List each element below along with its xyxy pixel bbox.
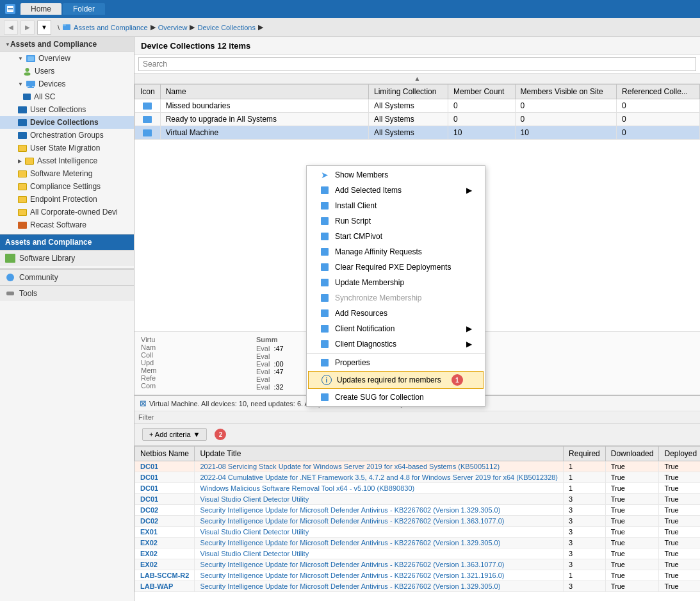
sidebar-allcorporate-label: All Corporate-owned Devi <box>30 208 118 217</box>
breadcrumb-devicecol[interactable]: Device Collections <box>197 24 255 31</box>
update-title-link[interactable]: Security Intelligence Update for Microso… <box>200 506 500 514</box>
sidebar-community[interactable]: Community <box>0 269 134 285</box>
context-menu-item-run-script[interactable]: Run Script <box>307 213 485 229</box>
context-menu-item-clear-required-pxe-deployments[interactable]: Clear Required PXE Deployments <box>307 259 485 275</box>
update-title-link[interactable]: Visual Studio Client Detector Utility <box>200 495 309 503</box>
context-menu-item-client-notification[interactable]: Client Notification▶ <box>307 321 485 336</box>
tab-home[interactable]: Home <box>20 3 61 15</box>
forward-button[interactable]: ▶ <box>20 21 35 35</box>
sidebar-recastsoftware-label: Recast Software <box>30 220 86 229</box>
bottom-col-netbios-name[interactable]: Netbios Name <box>135 447 195 461</box>
update-row[interactable]: EX01 Visual Studio Client Detector Utili… <box>135 527 701 538</box>
svg-rect-16 <box>18 222 27 229</box>
breadcrumb-assets[interactable]: Assets and Compliance <box>74 24 148 31</box>
sidebar-item-overview[interactable]: ▼ Overview <box>0 52 134 65</box>
sidebar-item-recastsoftware[interactable]: Recast Software <box>0 218 134 231</box>
sidebar-item-allcorporate[interactable]: All Corporate-owned Devi <box>0 206 134 218</box>
context-menu-item-updates-required-for-members[interactable]: iUpdates required for members1 <box>308 371 484 389</box>
bottom-col-update-title[interactable]: Update Title <box>195 447 564 461</box>
sidebar-devices-label: Devices <box>38 79 66 88</box>
overview-icon <box>26 55 35 62</box>
update-title-link[interactable]: Visual Studio Client Detector Utility <box>200 528 309 536</box>
breadcrumb-icon <box>62 22 71 33</box>
context-menu-item-manage-affinity-requests[interactable]: Manage Affinity Requests <box>307 244 485 259</box>
sidebar-item-compliancesettings[interactable]: Compliance Settings <box>0 180 134 193</box>
top-pane: Device Collections 12 items ▲ Icon Name … <box>134 37 700 396</box>
context-menu-item-synchronize-membership: Synchronize Membership <box>307 290 485 306</box>
update-row[interactable]: DC01 2021-08 Servicing Stack Update for … <box>135 461 701 472</box>
sidebar-item-softwaremetering[interactable]: Software Metering <box>0 167 134 180</box>
sidebar-section-header[interactable]: ▼ Assets and Compliance <box>0 37 134 52</box>
update-row[interactable]: DC02 Security Intelligence Update for Mi… <box>135 516 701 527</box>
dropdown-button[interactable]: ▼ <box>37 21 51 35</box>
context-menu-item-show-members[interactable]: ➤Show Members <box>307 167 485 183</box>
row-deployed: True <box>659 516 700 527</box>
sidebar-item-devicecollections[interactable]: Device Collections <box>0 116 134 129</box>
update-row[interactable]: EX02 Security Intelligence Update for Mi… <box>135 538 701 548</box>
context-menu-item-add-resources[interactable]: Add Resources <box>307 306 485 321</box>
sidebar-item-orchestration[interactable]: Orchestration Groups <box>0 129 134 142</box>
context-menu-item-start-cmpivot[interactable]: Start CMPivot <box>307 229 485 244</box>
sidebar-item-users[interactable]: Users <box>0 65 134 78</box>
row-title: Security Intelligence Update for Microso… <box>195 516 564 527</box>
row-netbios: DC01 <box>135 461 195 472</box>
svg-rect-4 <box>63 24 66 26</box>
sidebar-item-userstate[interactable]: User State Migration <box>0 142 134 154</box>
update-row[interactable]: DC01 2022-04 Cumulative Update for .NET … <box>135 472 701 483</box>
bottom-pane: Filter + Add criteria ▼ 2 Netbios NameUp… <box>134 411 700 601</box>
tab-folder[interactable]: Folder <box>63 3 105 15</box>
update-title-link[interactable]: Security Intelligence Update for Microso… <box>200 539 500 547</box>
sidebar-software-library[interactable]: Software Library <box>0 250 134 266</box>
bottom-col-deployed[interactable]: Deployed <box>659 447 700 461</box>
update-title-link[interactable]: 2021-08 Servicing Stack Update for Windo… <box>200 463 500 470</box>
context-menu-item-properties[interactable]: Properties <box>307 355 485 370</box>
sidebar-item-endpointprotection[interactable]: Endpoint Protection <box>0 193 134 206</box>
bottom-col-required[interactable]: Required <box>564 447 606 461</box>
sidebar-active-assets[interactable]: Assets and Compliance <box>0 235 134 250</box>
update-title-link[interactable]: Security Intelligence Update for Microso… <box>200 517 504 525</box>
sidebar-item-usercollections[interactable]: User Collections <box>0 103 134 116</box>
svg-rect-20 <box>321 186 329 194</box>
add-criteria-button[interactable]: + Add criteria ▼ <box>142 428 207 441</box>
update-row[interactable]: DC01 Visual Studio Client Detector Utili… <box>135 494 701 505</box>
user-collections-icon <box>18 106 27 113</box>
update-title-link[interactable]: Security Intelligence Update for Microso… <box>200 561 504 568</box>
sidebar-bottom-section: Assets and Compliance Software Library <box>0 234 134 266</box>
update-row[interactable]: EX02 Visual Studio Client Detector Utili… <box>135 548 701 559</box>
bottom-col-downloaded[interactable]: Downloaded <box>605 447 659 461</box>
context-menu-item-add-selected-items[interactable]: Add Selected Items▶ <box>307 183 485 198</box>
sidebar-usercollections-label: User Collections <box>30 105 86 114</box>
context-menu-item-label: Install Client <box>335 201 377 210</box>
context-menu-item-install-client[interactable]: Install Client <box>307 198 485 213</box>
sidebar-item-assetintelligence[interactable]: ▶ Asset Intelligence <box>0 154 134 167</box>
update-row[interactable]: LAB-WAP Security Intelligence Update for… <box>135 581 701 592</box>
update-row[interactable]: DC01 Windows Malicious Software Removal … <box>135 483 701 494</box>
users-icon <box>23 67 31 76</box>
row-netbios: DC01 <box>135 472 195 483</box>
context-menu-item-update-membership[interactable]: Update Membership <box>307 275 485 290</box>
sidebar-tools[interactable]: Tools <box>0 285 134 301</box>
update-title-link[interactable]: Security Intelligence Update for Microso… <box>200 572 504 579</box>
update-title-link[interactable]: Visual Studio Client Detector Utility <box>200 550 309 557</box>
row-downloaded: True <box>605 548 659 559</box>
sidebar-item-allsc[interactable]: All SC <box>0 90 134 103</box>
sidebar-section-assets: ▼ Assets and Compliance ▼ Overview Users… <box>0 37 134 231</box>
row-downloaded: True <box>605 559 659 570</box>
back-button[interactable]: ◀ <box>4 21 18 35</box>
update-row[interactable]: LAB-SCCM-R2 Security Intelligence Update… <box>135 570 701 581</box>
breadcrumb-overview[interactable]: Overview <box>158 24 188 31</box>
row-required: 3 <box>564 494 606 505</box>
sidebar-softwaremetering-label: Software Metering <box>30 169 92 178</box>
context-menu-item-create-sug-for-collection[interactable]: Create SUG for Collection <box>307 390 485 405</box>
update-title-link[interactable]: 2022-04 Cumulative Update for .NET Frame… <box>200 473 558 481</box>
ai-expand-icon: ▶ <box>18 158 22 164</box>
sidebar-extras: Community Tools <box>0 268 134 301</box>
update-title-link[interactable]: Windows Malicious Software Removal Tool … <box>200 484 414 492</box>
update-title-link[interactable]: Security Intelligence Update for Microso… <box>200 582 500 590</box>
recast-icon <box>18 222 27 229</box>
context-menu-item-client-diagnostics[interactable]: Client Diagnostics▶ <box>307 336 485 352</box>
sidebar-item-devices[interactable]: ▼ Devices <box>0 78 134 90</box>
info-icon: i <box>322 375 332 385</box>
update-row[interactable]: EX02 Security Intelligence Update for Mi… <box>135 559 701 570</box>
update-row[interactable]: DC02 Security Intelligence Update for Mi… <box>135 505 701 516</box>
